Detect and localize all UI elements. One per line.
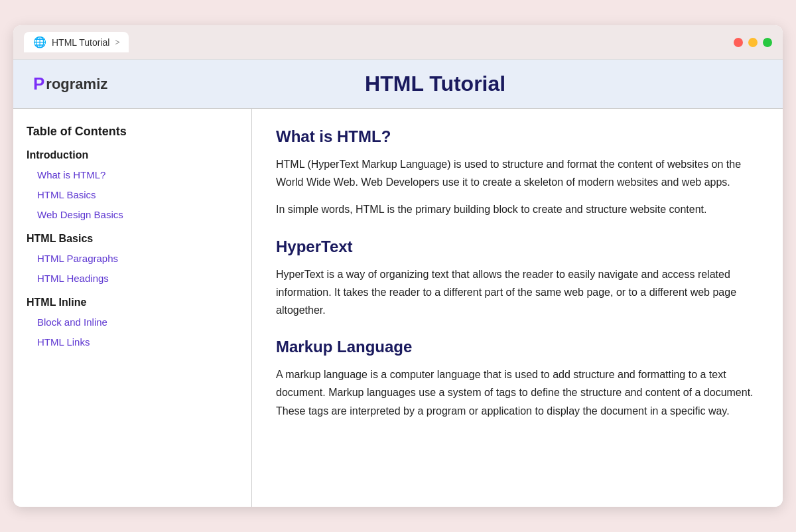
logo-p: P xyxy=(33,74,44,94)
toc-link-block-and-inline[interactable]: Block and Inline xyxy=(27,312,238,332)
logo-text: rogramiz xyxy=(46,76,107,93)
toc-title: Table of Contents xyxy=(27,125,238,139)
toc-section-html-basics: HTML Basics xyxy=(27,233,238,245)
close-button[interactable] xyxy=(734,38,743,47)
minimize-button[interactable] xyxy=(748,38,758,47)
browser-controls xyxy=(734,38,772,47)
paragraph-html-desc-2: In simple words, HTML is the primary bui… xyxy=(276,200,759,218)
heading-hypertext: HyperText xyxy=(276,237,759,256)
toc-link-html-links[interactable]: HTML Links xyxy=(27,332,238,352)
toc-section-html-inline: HTML Inline xyxy=(27,297,238,308)
toc-section-introduction: Introduction xyxy=(27,149,238,161)
paragraph-markup-desc: A markup language is a computer language… xyxy=(276,366,759,420)
toc-link-what-is-html[interactable]: What is HTML? xyxy=(27,165,238,185)
chevron-icon: > xyxy=(115,38,119,47)
browser-window: 🌐 HTML Tutorial > Programiz HTML Tutoria… xyxy=(13,25,783,507)
content-area: Table of Contents Introduction What is H… xyxy=(13,109,783,507)
browser-tab[interactable]: 🌐 HTML Tutorial > xyxy=(24,32,129,52)
browser-titlebar: 🌐 HTML Tutorial > xyxy=(13,25,783,60)
sidebar: Table of Contents Introduction What is H… xyxy=(13,109,252,507)
paragraph-html-desc-1: HTML (HyperText Markup Language) is used… xyxy=(276,155,759,191)
maximize-button[interactable] xyxy=(763,38,772,47)
page-title: HTML Tutorial xyxy=(107,72,763,96)
heading-markup-language: Markup Language xyxy=(276,338,759,356)
heading-what-is-html: What is HTML? xyxy=(276,127,759,146)
toc-link-html-basics-intro[interactable]: HTML Basics xyxy=(27,185,238,205)
toc-link-web-design-basics[interactable]: Web Design Basics xyxy=(27,205,238,225)
globe-icon: 🌐 xyxy=(33,36,46,48)
main-content: What is HTML? HTML (HyperText Markup Lan… xyxy=(252,109,783,507)
logo[interactable]: Programiz xyxy=(33,74,107,94)
tab-label: HTML Tutorial xyxy=(52,37,109,48)
paragraph-hypertext-desc: HyperText is a way of organizing text th… xyxy=(276,265,759,320)
toc-link-html-paragraphs[interactable]: HTML Paragraphs xyxy=(27,249,238,269)
toc-link-html-headings[interactable]: HTML Headings xyxy=(27,269,238,289)
site-header: Programiz HTML Tutorial xyxy=(13,60,783,109)
